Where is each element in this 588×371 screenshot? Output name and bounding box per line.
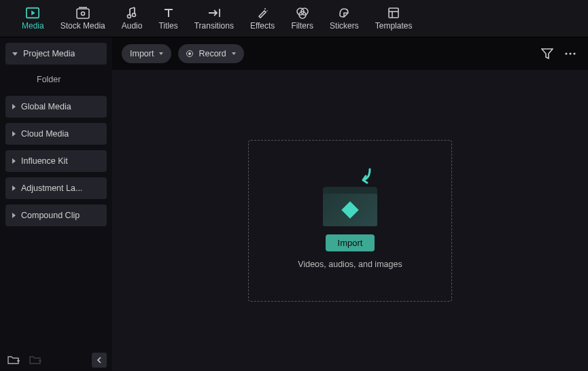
sidebar-item-label: Global Media <box>21 102 71 111</box>
new-folder-button[interactable] <box>5 352 22 368</box>
sidebar-footer <box>0 349 112 371</box>
svg-point-19 <box>569 52 571 54</box>
tab-label: Filters <box>291 21 313 31</box>
svg-rect-11 <box>389 8 398 18</box>
folder-graphic <box>319 172 381 226</box>
stock-media-icon <box>76 6 90 20</box>
sidebar: Project Media Folder Global Media Cloud … <box>0 37 112 371</box>
titles-icon <box>162 6 175 20</box>
chevron-down-icon <box>12 52 18 56</box>
record-label: Record <box>198 49 226 58</box>
tab-stock-media[interactable]: Stock Media <box>52 3 114 33</box>
chevron-right-icon <box>12 213 16 218</box>
sidebar-item-global-media[interactable]: Global Media <box>5 96 107 118</box>
sidebar-list: Project Media Folder Global Media Cloud … <box>0 43 112 349</box>
record-icon <box>186 50 193 57</box>
tab-effects[interactable]: Effects <box>242 3 283 33</box>
chevron-down-icon <box>232 52 236 55</box>
download-arrow-icon <box>356 168 373 187</box>
media-icon <box>26 6 39 20</box>
more-options-button[interactable] <box>562 46 578 62</box>
tab-templates[interactable]: Templates <box>367 3 421 33</box>
svg-point-7 <box>266 10 268 12</box>
tab-label: Stock Media <box>60 21 105 31</box>
sidebar-item-label: Cloud Media <box>21 129 69 139</box>
content-toolbar: Import Record <box>112 37 588 70</box>
sidebar-item-label: Influence Kit <box>21 156 68 166</box>
import-button[interactable]: Import <box>326 234 375 251</box>
chevron-right-icon <box>12 158 16 164</box>
filters-icon <box>296 6 309 20</box>
sidebar-item-cloud-media[interactable]: Cloud Media <box>5 123 107 145</box>
chevron-right-icon <box>12 186 16 191</box>
tab-label: Transitions <box>194 21 234 31</box>
sidebar-item-compound-clip[interactable]: Compound Clip <box>5 205 107 226</box>
tab-label: Media <box>22 21 44 31</box>
sidebar-item-adjustment-layer[interactable]: Adjustment La... <box>5 177 107 199</box>
tab-filters[interactable]: Filters <box>283 3 322 33</box>
content: Import Record <box>112 37 588 371</box>
dropzone-hint: Videos, audios, and images <box>298 260 402 269</box>
svg-point-5 <box>133 14 136 17</box>
tab-label: Effects <box>250 21 275 31</box>
top-tabs: Media Stock Media Audio Titles Transitio… <box>0 0 588 37</box>
content-body: Import Videos, audios, and images <box>112 70 588 371</box>
stickers-icon <box>337 6 351 20</box>
import-button-label: Import <box>338 238 363 248</box>
svg-point-4 <box>128 15 131 18</box>
tab-transitions[interactable]: Transitions <box>186 3 242 33</box>
tab-label: Titles <box>158 21 177 31</box>
collapse-sidebar-button[interactable] <box>92 353 107 368</box>
tab-audio[interactable]: Audio <box>114 3 151 33</box>
sidebar-subitem-folder[interactable]: Folder <box>5 70 107 89</box>
svg-marker-1 <box>32 10 35 15</box>
sidebar-item-influence-kit[interactable]: Influence Kit <box>5 150 107 172</box>
record-dropdown-button[interactable]: Record <box>178 44 243 63</box>
templates-icon <box>387 6 400 20</box>
sidebar-item-label: Adjustment La... <box>21 183 82 193</box>
sidebar-item-project-media[interactable]: Project Media <box>5 43 107 65</box>
import-dropdown-button[interactable]: Import <box>122 44 171 63</box>
sidebar-subitem-label: Folder <box>37 75 60 84</box>
tab-titles[interactable]: Titles <box>150 3 186 33</box>
svg-point-20 <box>573 52 575 54</box>
svg-point-6 <box>264 8 266 10</box>
audio-icon <box>125 6 139 20</box>
delete-folder-button[interactable] <box>27 352 44 368</box>
svg-point-3 <box>81 12 84 16</box>
tab-media[interactable]: Media <box>14 3 52 33</box>
tab-label: Audio <box>122 21 143 31</box>
tab-stickers[interactable]: Stickers <box>322 3 367 33</box>
import-dropzone[interactable]: Import Videos, audios, and images <box>248 140 452 302</box>
effects-icon <box>256 6 269 20</box>
svg-marker-17 <box>542 49 553 58</box>
transitions-icon <box>207 6 221 20</box>
sidebar-item-label: Project Media <box>23 49 75 58</box>
svg-point-18 <box>565 52 567 54</box>
tab-label: Stickers <box>330 21 359 31</box>
svg-rect-2 <box>77 9 89 18</box>
import-label: Import <box>130 49 154 58</box>
filter-button[interactable] <box>539 46 555 62</box>
sidebar-item-label: Compound Clip <box>21 211 80 220</box>
chevron-down-icon <box>159 52 163 55</box>
chevron-right-icon <box>12 131 16 137</box>
chevron-right-icon <box>12 104 16 109</box>
tab-label: Templates <box>375 21 413 31</box>
